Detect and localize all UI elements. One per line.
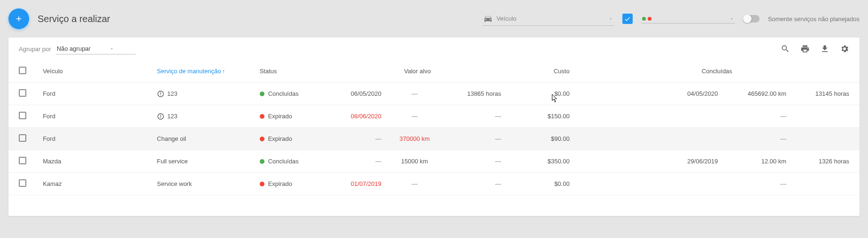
page-header: Serviço a realizar Veículo Somente servi…: [8, 7, 860, 38]
car-icon: [483, 14, 493, 23]
target-date: 08/06/2020: [351, 113, 381, 120]
completed-hours: 1326 horas: [819, 158, 849, 165]
completed-km: 465692.00 km: [748, 90, 786, 97]
status-text: Expirado: [268, 180, 292, 187]
target-km: 370000 km: [399, 135, 429, 142]
service-name: 123: [167, 113, 178, 120]
col-header-vehicle[interactable]: Veículo: [38, 60, 152, 83]
cost-value: $350.00: [548, 158, 570, 165]
status-filter[interactable]: [641, 15, 735, 23]
caret-down-icon: [729, 16, 734, 21]
col-header-cost[interactable]: Custo: [506, 60, 574, 83]
select-all-checkbox[interactable]: [19, 67, 26, 74]
row-checkbox[interactable]: [19, 134, 26, 142]
services-table: Veículo Serviço de manutenção↑ Status Va…: [8, 60, 860, 195]
status-dot-icon: [260, 114, 264, 119]
col-header-service[interactable]: Serviço de manutenção↑: [152, 60, 255, 83]
sort-asc-icon: ↑: [222, 68, 225, 75]
row-checkbox[interactable]: [19, 179, 26, 187]
vehicle-name: Ford: [43, 135, 55, 142]
vehicle-filter[interactable]: Veículo: [482, 12, 614, 26]
print-icon[interactable]: [800, 44, 810, 54]
status-dot-green-icon: [642, 17, 646, 21]
search-icon[interactable]: [781, 44, 790, 54]
status-dot-icon: [260, 92, 264, 96]
group-by-select[interactable]: Não agrupar: [56, 43, 136, 54]
alert-circle-icon: [157, 113, 164, 120]
table-row[interactable]: KamazService workExpirado01/07/2019——$0.…: [8, 173, 860, 195]
row-checkbox[interactable]: [19, 157, 26, 164]
check-icon: [624, 15, 631, 23]
service-name: 123: [167, 90, 178, 97]
status-text: Concluídas: [268, 90, 299, 97]
table-row[interactable]: Ford123Concluídas06/05/2020—13865 horas$…: [8, 83, 860, 105]
row-checkbox[interactable]: [19, 112, 26, 119]
unplanned-toggle-label: Somente serviços não planejados: [768, 15, 860, 23]
completed-hours: 13145 horas: [815, 90, 849, 97]
gear-icon[interactable]: [840, 44, 849, 54]
table-row[interactable]: FordChange oilExpirado—370000 km—$90.00—: [8, 128, 860, 150]
status-dot-icon: [260, 159, 264, 164]
service-name: Full service: [157, 158, 188, 165]
group-by-value: Não agrupar: [57, 45, 91, 52]
target-date: 06/05/2020: [351, 90, 381, 97]
row-checkbox[interactable]: [19, 89, 26, 97]
target-km: 15000 km: [401, 158, 428, 165]
status-dot-icon: [260, 137, 264, 141]
unplanned-toggle[interactable]: [744, 15, 760, 23]
col-header-completed[interactable]: Concluídas: [574, 60, 860, 83]
status-text: Expirado: [268, 135, 292, 142]
status-dot-red-icon: [648, 17, 651, 21]
add-button[interactable]: [8, 8, 29, 29]
cost-value: $0.00: [554, 90, 570, 97]
col-header-status[interactable]: Status: [255, 60, 329, 83]
completed-date: 29/06/2019: [687, 158, 718, 165]
plus-icon: [15, 15, 23, 23]
vehicle-name: Ford: [43, 113, 55, 120]
completed-date: 04/05/2020: [687, 90, 718, 97]
completed-km: 12.00 km: [761, 158, 786, 165]
status-dot-icon: [260, 182, 264, 186]
col-header-target[interactable]: Valor alvo: [329, 60, 506, 83]
vehicle-filter-label: Veículo: [496, 15, 604, 22]
status-text: Expirado: [268, 113, 292, 120]
alert-circle-icon: [157, 90, 164, 98]
caret-down-icon: [608, 16, 613, 21]
main-panel: Agrupar por Não agrupar Veículo Serviço …: [8, 38, 860, 216]
filter-enabled-checkbox[interactable]: [622, 14, 633, 24]
status-text: Concluídas: [268, 158, 299, 165]
group-by-label: Agrupar por: [19, 46, 51, 53]
download-icon[interactable]: [820, 44, 829, 54]
vehicle-name: Mazda: [43, 158, 61, 165]
cost-value: $90.00: [551, 135, 570, 142]
target-hours: 13865 horas: [467, 90, 501, 97]
panel-toolbar: Agrupar por Não agrupar: [8, 38, 860, 60]
vehicle-name: Ford: [43, 90, 55, 97]
service-name: Change oil: [157, 135, 186, 142]
vehicle-name: Kamaz: [43, 180, 62, 187]
cost-value: $150.00: [548, 113, 570, 120]
table-row[interactable]: Ford123Expirado08/06/2020——$150.00—: [8, 105, 860, 128]
target-date: 01/07/2019: [351, 180, 381, 187]
table-row[interactable]: MazdaFull serviceConcluídas—15000 km—$35…: [8, 150, 860, 173]
cost-value: $0.00: [554, 180, 570, 187]
service-name: Service work: [157, 180, 192, 187]
caret-down-icon: [109, 46, 114, 51]
page-title: Serviço a realizar: [38, 14, 110, 24]
